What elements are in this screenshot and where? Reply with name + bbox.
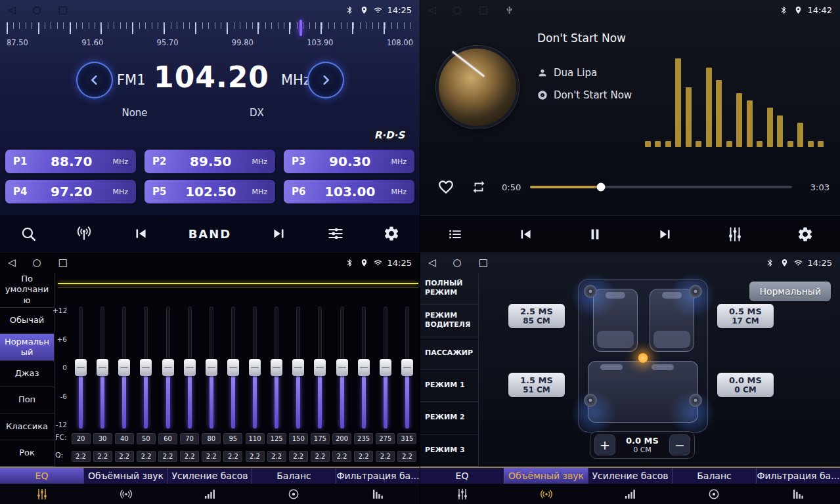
next-track-button[interactable] (657, 226, 674, 243)
prev-track-button[interactable] (517, 226, 534, 243)
eq-band-slider[interactable] (184, 306, 196, 429)
rear-right-delay-button[interactable]: 0.0 MS 0 CM (717, 373, 774, 397)
sound-profile-button[interactable]: Нормальный (749, 282, 831, 301)
eq-preset-item[interactable]: Джаз (0, 361, 54, 387)
tune-up-button[interactable] (307, 62, 344, 98)
tab-filter-button[interactable] (756, 484, 840, 504)
eq-slider-handle[interactable] (97, 359, 108, 376)
eq-preset-item[interactable]: Поп (0, 387, 54, 413)
eq-band-slider[interactable] (336, 306, 348, 429)
eq-slider-handle[interactable] (162, 359, 174, 376)
audio-tab[interactable]: Усиление басов (167, 468, 252, 484)
prev-station-button[interactable] (132, 225, 149, 242)
preset-button[interactable]: P1 88.70 MHz (5, 150, 136, 173)
audio-tab[interactable]: Фильтрация ба... (336, 468, 420, 484)
eq-slider-handle[interactable] (75, 359, 87, 376)
front-right-delay-button[interactable]: 0.5 MS 17 CM (717, 304, 774, 328)
eq-band-slider[interactable] (206, 306, 217, 429)
delay-increase-button[interactable]: + (594, 434, 615, 455)
eq-band-slider[interactable] (97, 306, 108, 429)
tab-balance-button[interactable] (252, 484, 336, 504)
eq-band-slider[interactable] (227, 306, 239, 429)
eq-slider-handle[interactable] (249, 359, 261, 376)
eq-preset-item[interactable]: По умолчанию (0, 272, 54, 308)
eq-slider-handle[interactable] (380, 359, 391, 376)
tab-balance-button[interactable] (672, 484, 756, 504)
eq-slider-handle[interactable] (336, 359, 348, 376)
eq-band-slider[interactable] (358, 306, 370, 429)
audio-tab[interactable]: Объёмный звук (504, 468, 588, 484)
front-left-delay-button[interactable]: 2.5 MS 85 CM (508, 304, 565, 328)
playlist-button[interactable] (447, 226, 464, 243)
eq-band-slider[interactable] (249, 306, 261, 429)
settings-button[interactable] (383, 225, 400, 242)
eq-preset-item[interactable]: Обычай (0, 308, 54, 334)
audio-tab[interactable]: Баланс (252, 468, 336, 484)
audio-tab[interactable]: EQ (420, 468, 504, 484)
listening-position-dot[interactable] (638, 353, 648, 363)
next-station-button[interactable] (271, 225, 288, 242)
nav-recents-button[interactable]: □ (479, 253, 488, 272)
nav-home-button[interactable]: ○ (33, 253, 41, 272)
eq-band-slider[interactable] (118, 306, 130, 429)
preset-button[interactable]: P6 103.00 MHz (284, 180, 414, 203)
nav-back-button[interactable]: ◁ (428, 253, 436, 272)
audio-tab[interactable]: Фильтрация ба... (756, 468, 840, 484)
eq-band-slider[interactable] (140, 306, 152, 429)
delay-decrease-button[interactable]: − (669, 434, 690, 455)
eq-preset-item[interactable]: Рок (0, 440, 54, 467)
nav-back-button[interactable]: ◁ (8, 0, 16, 20)
tab-eq-button[interactable] (420, 484, 504, 504)
eq-slider-handle[interactable] (206, 359, 217, 376)
band-button[interactable]: BAND (188, 227, 232, 241)
audio-settings-button[interactable] (327, 225, 344, 242)
eq-band-slider[interactable] (292, 306, 304, 429)
soundfield-mode-item[interactable]: РЕЖИМ 2 (420, 402, 478, 434)
preset-button[interactable]: P4 97.20 MHz (5, 180, 136, 203)
tab-surround-button[interactable] (504, 484, 588, 504)
eq-band-slider[interactable] (401, 306, 413, 429)
eq-slider-handle[interactable] (292, 359, 304, 376)
repeat-button[interactable] (472, 180, 486, 194)
soundfield-mode-item[interactable]: РЕЖИМ ВОДИТЕЛЯ (420, 304, 478, 337)
rear-left-delay-button[interactable]: 1.5 MS 51 CM (508, 373, 565, 397)
tab-filter-button[interactable] (336, 484, 420, 504)
tab-eq-button[interactable] (0, 484, 84, 504)
favorite-button[interactable] (437, 178, 454, 196)
soundfield-mode-item[interactable]: РЕЖИМ 3 (420, 434, 478, 467)
soundfield-mode-item[interactable]: РЕЖИМ 1 (420, 369, 478, 402)
preset-button[interactable]: P2 89.50 MHz (144, 150, 275, 173)
preset-button[interactable]: P3 90.30 MHz (284, 150, 414, 173)
audio-tab[interactable]: Баланс (672, 468, 756, 484)
nav-recents-button[interactable]: □ (479, 0, 488, 20)
preset-button[interactable]: P5 102.50 MHz (144, 180, 275, 203)
eq-slider-handle[interactable] (140, 359, 152, 376)
eq-band-slider[interactable] (314, 306, 326, 429)
eq-slider-handle[interactable] (118, 359, 130, 376)
eq-band-slider[interactable] (380, 306, 391, 429)
nav-recents-button[interactable]: □ (58, 253, 68, 272)
mixer-button[interactable] (726, 226, 743, 243)
eq-slider-handle[interactable] (401, 359, 413, 376)
broadcast-button[interactable] (76, 225, 93, 242)
nav-recents-button[interactable]: □ (58, 0, 68, 20)
settings-button[interactable] (797, 226, 814, 243)
progress-bar[interactable] (530, 186, 792, 188)
eq-band-slider[interactable] (75, 306, 87, 429)
pause-button[interactable] (586, 226, 604, 243)
eq-band-slider[interactable] (162, 306, 174, 429)
eq-preset-item[interactable]: Классика (0, 413, 54, 440)
frequency-scale[interactable]: 87.5091.6095.7099.80103.90108.00 (7, 22, 413, 54)
eq-slider-handle[interactable] (314, 359, 326, 376)
nav-home-button[interactable]: ○ (453, 253, 462, 272)
tune-down-button[interactable] (76, 62, 113, 98)
eq-slider-handle[interactable] (227, 359, 239, 376)
eq-slider-handle[interactable] (184, 359, 196, 376)
tab-bass-button[interactable] (168, 484, 252, 504)
tab-surround-button[interactable] (84, 484, 168, 504)
nav-home-button[interactable]: ○ (33, 0, 41, 20)
eq-band-slider[interactable] (271, 306, 282, 429)
eq-preset-item[interactable]: Нормальный (0, 334, 54, 360)
progress-thumb[interactable] (596, 183, 605, 192)
nav-home-button[interactable]: ○ (453, 0, 462, 20)
